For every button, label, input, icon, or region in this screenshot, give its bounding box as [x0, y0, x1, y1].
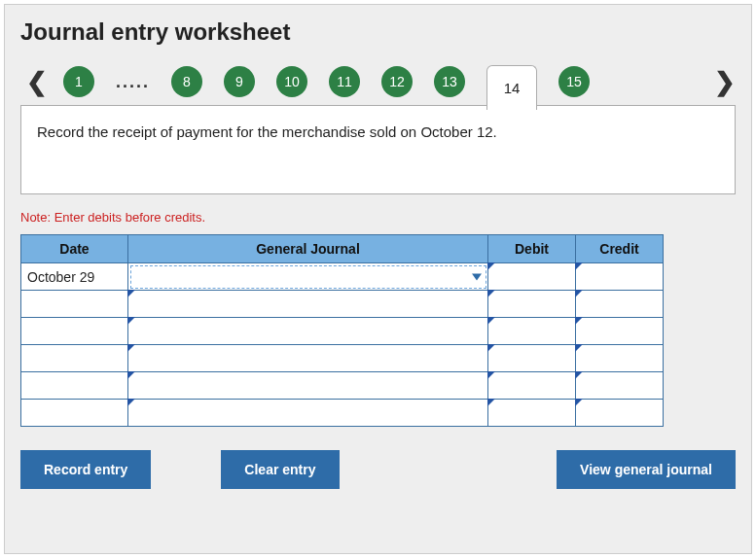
col-date: Date [21, 235, 128, 263]
step-14-active[interactable]: 14 [486, 65, 537, 110]
dropdown-caret-icon [472, 273, 482, 280]
step-15[interactable]: 15 [558, 66, 590, 97]
cell-account[interactable] [128, 318, 488, 345]
cell-credit[interactable] [576, 400, 664, 427]
cell-handle-icon [575, 399, 583, 406]
prev-step-chevron[interactable]: ❮ [20, 67, 54, 97]
cell-debit[interactable] [488, 318, 576, 345]
table-row [21, 345, 664, 372]
cell-date[interactable] [21, 400, 128, 427]
cell-date[interactable] [21, 345, 128, 372]
page-title: Journal entry worksheet [20, 18, 736, 46]
cell-handle-icon [487, 290, 495, 297]
cell-date[interactable] [21, 372, 128, 400]
view-general-journal-button[interactable]: View general journal [557, 450, 736, 489]
step-11[interactable]: 11 [329, 66, 360, 97]
table-row [21, 291, 664, 318]
step-10[interactable]: 10 [276, 66, 307, 97]
button-row: Record entry Clear entry View general jo… [20, 450, 736, 489]
cell-credit[interactable] [576, 372, 664, 400]
cell-credit[interactable] [576, 263, 664, 291]
cell-account-dropdown[interactable] [128, 263, 488, 291]
cell-handle-icon [127, 371, 135, 379]
cell-credit[interactable] [576, 318, 664, 345]
step-ellipsis: ..... [116, 72, 150, 92]
cell-credit[interactable] [576, 291, 664, 318]
step-8[interactable]: 8 [171, 66, 202, 97]
next-step-chevron[interactable]: ❯ [708, 67, 741, 97]
table-row [21, 318, 664, 345]
cell-account[interactable] [128, 372, 488, 400]
table-row [21, 400, 664, 427]
cell-handle-icon [127, 344, 135, 352]
cell-account[interactable] [128, 345, 488, 372]
step-navigation: ❮ 1 ..... 8 9 10 11 12 13 14 15 ❯ [20, 57, 736, 106]
cell-debit[interactable] [488, 372, 576, 400]
cell-handle-icon [575, 290, 583, 297]
step-9[interactable]: 9 [224, 66, 255, 97]
col-debit: Debit [488, 235, 576, 263]
cell-debit[interactable] [488, 345, 576, 372]
step-13[interactable]: 13 [434, 66, 465, 97]
cell-handle-icon [575, 371, 583, 379]
cell-date-text: October 29 [21, 265, 127, 289]
prompt-box: Record the receipt of payment for the me… [20, 105, 736, 194]
cell-date[interactable] [21, 318, 128, 345]
journal-tbody: October 29 [21, 263, 664, 427]
cell-handle-icon [487, 399, 495, 406]
clear-entry-button[interactable]: Clear entry [221, 450, 339, 489]
cell-handle-icon [487, 371, 495, 379]
record-entry-button[interactable]: Record entry [20, 450, 151, 489]
step-1[interactable]: 1 [63, 66, 94, 97]
cell-date[interactable]: October 29 [21, 263, 128, 291]
cell-debit[interactable] [488, 400, 576, 427]
step-12[interactable]: 12 [381, 66, 413, 97]
cell-handle-icon [575, 262, 583, 270]
cell-handle-icon [575, 344, 583, 352]
cell-credit[interactable] [576, 345, 664, 372]
table-row [21, 372, 664, 400]
step-items: 1 ..... 8 9 10 11 12 13 14 15 [63, 59, 590, 104]
cell-handle-icon [127, 317, 135, 325]
cell-handle-icon [487, 344, 495, 352]
cell-account[interactable] [128, 400, 488, 427]
col-general-journal: General Journal [128, 235, 488, 263]
cell-handle-icon [487, 262, 495, 270]
cell-debit[interactable] [488, 263, 576, 291]
worksheet-container: Journal entry worksheet ❮ 1 ..... 8 9 10… [4, 4, 752, 554]
note-text: Note: Enter debits before credits. [20, 210, 736, 225]
table-row: October 29 [21, 263, 664, 291]
cell-handle-icon [127, 399, 135, 406]
cell-handle-icon [487, 317, 495, 325]
cell-date[interactable] [21, 291, 128, 318]
cell-debit[interactable] [488, 291, 576, 318]
cell-handle-icon [575, 317, 583, 325]
col-credit: Credit [576, 235, 664, 263]
journal-table: Date General Journal Debit Credit Octobe… [20, 234, 664, 427]
cell-account[interactable] [128, 291, 488, 318]
cell-handle-icon [127, 290, 135, 297]
